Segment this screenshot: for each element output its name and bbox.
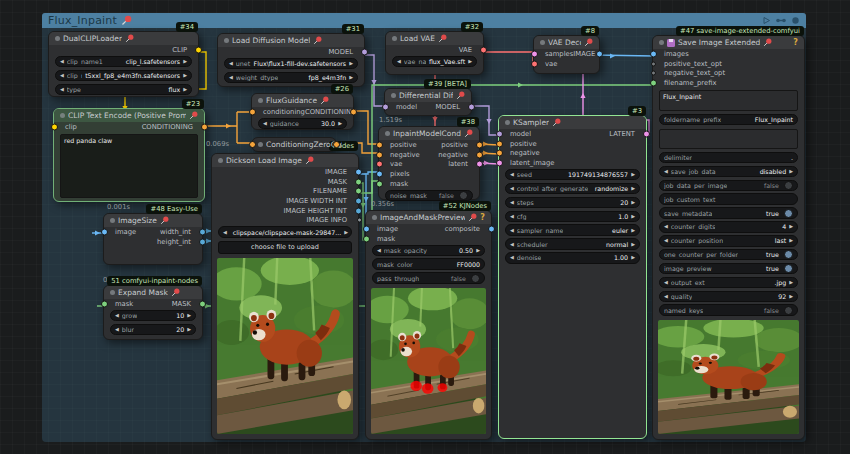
samples-input-slot[interactable] [531,50,538,57]
conditioning-input-slot[interactable] [249,108,256,115]
MASK-output-slot[interactable] [355,178,362,185]
height_int-output-slot[interactable] [199,238,206,245]
widget-save_job_data[interactable]: ◀save_job_datadisabled▶ [659,166,798,178]
node-differential-diffusion[interactable]: #39 [BETA]1.519sDifferential Diffusionmo… [384,88,472,116]
decrement-arrow-icon[interactable]: ◀ [229,61,233,66]
increment-arrow-icon[interactable]: ▶ [631,172,635,177]
IMAGE-output-slot[interactable] [355,168,362,175]
latent_image-input-slot[interactable] [496,159,503,166]
node-conditioning-zero-out[interactable]: Nodes0.069sConditioningZeroOut [251,137,337,152]
MASK-output-slot[interactable] [199,300,206,307]
toggle-knob[interactable] [784,306,793,315]
clip-input-slot[interactable] [51,123,58,130]
toggle-knob[interactable] [784,209,793,218]
widget-seed[interactable]: ◀seed191749134876557▶ [505,169,640,181]
collapse-dot[interactable] [60,113,65,118]
widget-output_ext[interactable]: ◀output_ext.jpg▶ [659,277,798,289]
widget-clip_name1[interactable]: ◀clip_name1clip_l.safetensors▶ [55,56,192,68]
decrement-arrow-icon[interactable]: ◀ [664,280,668,285]
widget-sampler_name[interactable]: ◀sampler_nameeuler▶ [505,224,640,236]
images-input-slot[interactable] [650,50,657,57]
widget-counter_digits[interactable]: ◀counter_digits4▶ [659,221,798,233]
pixels-input-slot[interactable] [376,170,383,177]
increment-arrow-icon[interactable]: ▶ [631,200,635,205]
toggle-knob[interactable] [459,191,468,200]
decrement-arrow-icon[interactable]: ◀ [510,214,514,219]
mask-input-slot[interactable] [101,300,108,307]
decrement-arrow-icon[interactable]: ◀ [510,186,514,191]
decrement-arrow-icon[interactable]: ◀ [510,228,514,233]
node-load-vae[interactable]: #32Load VAEVAE◀vae_nameflux_Vae.sft▶ [385,31,484,75]
node-dickson-load-image[interactable]: Dickson Load ImageIMAGEMASKFILENAMEIMAGE… [211,153,359,440]
widget-grow[interactable]: ◀grow10▶ [110,310,196,322]
increment-arrow-icon[interactable]: ▶ [631,228,635,233]
negative-input-slot[interactable] [376,151,383,158]
FILENAME-output-slot[interactable] [355,188,362,195]
increment-arrow-icon[interactable]: ▶ [631,255,635,260]
LATENT-output-slot[interactable] [643,130,650,137]
node-dual-clip-loader[interactable]: #34DualCLIPLoaderCLIP◀clip_name1clip_l.s… [48,31,199,97]
decrement-arrow-icon[interactable]: ◀ [115,313,119,318]
widget-counter_position[interactable]: ◀counter_positionlast▶ [659,235,798,247]
toggle-knob[interactable] [784,264,793,273]
increment-arrow-icon[interactable]: ▶ [789,224,793,229]
positive-output-slot[interactable] [476,141,483,148]
widget-control_after_generate[interactable]: ◀control_after_generaterandomize▶ [505,183,640,195]
VAE-output-slot[interactable] [480,46,487,53]
negative_text_opt-input-slot[interactable] [651,71,656,76]
widget-denoise[interactable]: ◀denoise1.00▶ [505,252,640,264]
collapse-dot[interactable] [659,40,664,45]
node-load-diffusion-model[interactable]: #31Load Diffusion ModelMODEL◀unet_nameFl… [217,33,365,87]
vae-input-slot[interactable] [376,161,383,168]
increment-arrow-icon[interactable]: ▶ [349,61,353,66]
IMAGE HEIGHT INT-output-slot[interactable] [355,207,362,214]
decrement-arrow-icon[interactable]: ◀ [510,255,514,260]
widget-one_counter_per_folder[interactable]: one_counter_per_foldertrue [659,249,798,261]
negative-input-slot[interactable] [496,150,503,157]
widget-noise_mask[interactable]: noise_maskfalse [385,190,473,202]
collapse-dot[interactable] [110,290,115,295]
increment-arrow-icon[interactable]: ▶ [631,186,635,191]
collapse-dot[interactable] [392,36,397,41]
positive_text_opt-input-slot[interactable] [651,61,656,66]
filename_prefix-input-slot[interactable] [650,79,657,86]
increment-arrow-icon[interactable]: ▶ [789,294,793,299]
widget-foldername_prefix[interactable]: foldername_prefixFlux_Inpaint [659,114,798,126]
increment-arrow-icon[interactable]: ▶ [183,87,187,92]
collapse-dot[interactable] [385,131,390,136]
node-image-and-mask-preview[interactable]: #52 KJNodesImageAndMaskPreview?imagecomp… [365,210,492,440]
toggle-knob[interactable] [784,181,793,190]
collapse-dot[interactable] [55,36,60,41]
widget-type[interactable]: ◀typeflux▶ [55,84,192,96]
graph-canvas[interactable]: Flux_Inpaint #34DualCLIPLoaderCLIP◀clip_… [0,0,850,454]
decrement-arrow-icon[interactable]: ◀ [377,248,381,253]
decrement-arrow-icon[interactable]: ◀ [263,121,267,126]
node-ksampler[interactable]: #3KSamplermodelLATENTpositivenegativelat… [498,115,647,439]
widget-image[interactable]: ◀imageclipspace/clipspace-mask-29847...▶ [218,226,352,238]
node-save-image-extended[interactable]: #47 save-image-extended-comfyuiSave Imag… [652,35,805,440]
widget-cfg[interactable]: ◀cfg1.0▶ [505,211,640,223]
decrement-arrow-icon[interactable]: ◀ [510,242,514,247]
widget-unet_name[interactable]: ◀unet_nameFlux\flux1-fill-dev.safetensor… [224,58,358,70]
node-expand-mask[interactable]: 51 comfyui-inpaint-nodes0.020sExpand Mas… [103,285,203,340]
widget-weight_dtype[interactable]: ◀weight_dtypefp8_e4m3fn▶ [224,72,358,84]
node-inpaint-model-conditioning[interactable]: #380.356sInpaintModelConditioningpositiv… [378,126,480,200]
decrement-arrow-icon[interactable]: ◀ [115,327,119,332]
increment-arrow-icon[interactable]: ▶ [187,327,191,332]
decrement-arrow-icon[interactable]: ◀ [60,73,64,78]
help-icon[interactable]: ? [480,213,485,222]
widget-save_metadata[interactable]: save_metadatatrue [659,207,798,219]
widget-steps[interactable]: ◀steps20▶ [505,197,640,209]
width_int-output-slot[interactable] [199,228,206,235]
decrement-arrow-icon[interactable]: ◀ [223,230,227,235]
node-vae-decode[interactable]: #8VAE DecodesamplesIMAGEvae [533,35,600,74]
collapse-dot[interactable] [258,142,263,147]
MODEL-output-slot[interactable] [361,48,368,55]
CONDITIONING-output-slot[interactable] [201,123,208,130]
negative-output-slot[interactable] [476,151,483,158]
positive-input-slot[interactable] [496,140,503,147]
mask-input-slot[interactable] [376,180,383,187]
node-image-size[interactable]: #48 Easy-Use0.001sImageSizeimagewidth_in… [103,213,203,265]
MODEL-output-slot[interactable] [468,103,475,110]
widget-mask_color[interactable]: mask_colorFF0000 [372,258,485,270]
